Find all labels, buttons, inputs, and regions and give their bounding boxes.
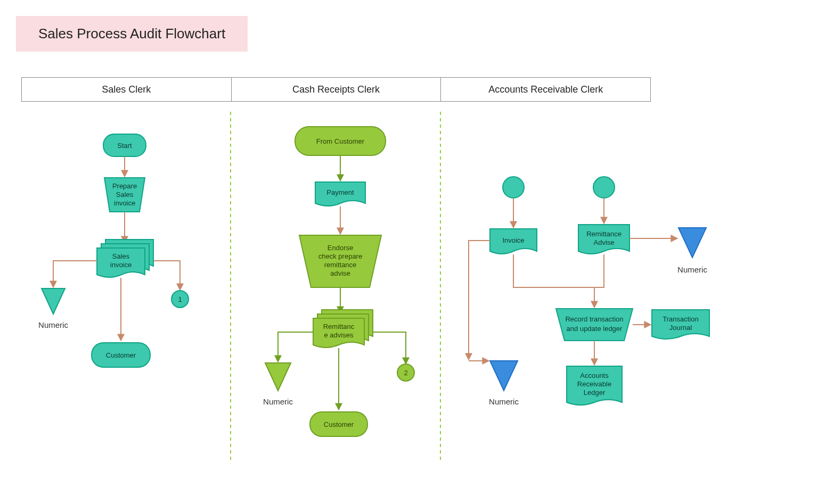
arrow: [153, 261, 180, 290]
merge-numeric-green: [265, 363, 291, 391]
svg-text:Payment: Payment: [326, 188, 354, 196]
svg-text:1: 1: [178, 295, 182, 303]
start-circle-a: [503, 177, 524, 198]
svg-text:advise: advise: [330, 269, 350, 277]
svg-text:and update ledger: and update ledger: [567, 325, 623, 333]
svg-text:check prepare: check prepare: [318, 252, 362, 260]
svg-text:Customer: Customer: [106, 351, 136, 359]
merge-numeric-blue-l: [490, 361, 518, 391]
merge-numeric: [42, 288, 65, 314]
flowchart-canvas: Start Prepare Sales invoice Sales invoic…: [0, 0, 834, 504]
svg-text:Invoice: Invoice: [502, 236, 524, 244]
svg-text:Customer: Customer: [324, 420, 354, 428]
svg-text:invoice: invoice: [110, 261, 132, 269]
merge-numeric-blue-r: [678, 228, 706, 258]
arrow: [373, 332, 406, 364]
svg-text:From Customer: From Customer: [316, 137, 365, 145]
svg-text:Numeric: Numeric: [263, 397, 293, 406]
start-label: Start: [117, 142, 132, 150]
svg-text:Remittanc: Remittanc: [323, 323, 355, 331]
svg-text:Numeric: Numeric: [38, 320, 68, 329]
svg-text:Prepare: Prepare: [112, 182, 137, 190]
svg-text:2: 2: [404, 369, 407, 377]
svg-text:Transaction: Transaction: [663, 315, 698, 323]
svg-text:Endorse: Endorse: [328, 244, 353, 252]
svg-text:remittance: remittance: [324, 261, 357, 269]
svg-text:Ledger: Ledger: [584, 389, 606, 396]
svg-text:e advises: e advises: [324, 331, 354, 339]
svg-text:Advise: Advise: [593, 238, 614, 246]
arrow: [53, 261, 97, 287]
svg-text:Record transaction: Record transaction: [565, 315, 623, 323]
start-circle-b: [593, 177, 615, 198]
arrow: [278, 332, 313, 362]
svg-text:Receivable: Receivable: [577, 380, 611, 388]
svg-text:invoice: invoice: [114, 199, 135, 207]
svg-text:Journal: Journal: [669, 324, 692, 332]
svg-text:Sales: Sales: [116, 191, 134, 199]
svg-text:Accounts: Accounts: [580, 371, 609, 379]
svg-text:Sales: Sales: [112, 252, 130, 260]
svg-text:Numeric: Numeric: [677, 265, 707, 274]
svg-text:Numeric: Numeric: [489, 397, 519, 406]
arrow: [513, 254, 594, 308]
arrow: [594, 254, 604, 308]
svg-text:Remittance: Remittance: [586, 230, 622, 238]
arrow: [469, 241, 490, 360]
